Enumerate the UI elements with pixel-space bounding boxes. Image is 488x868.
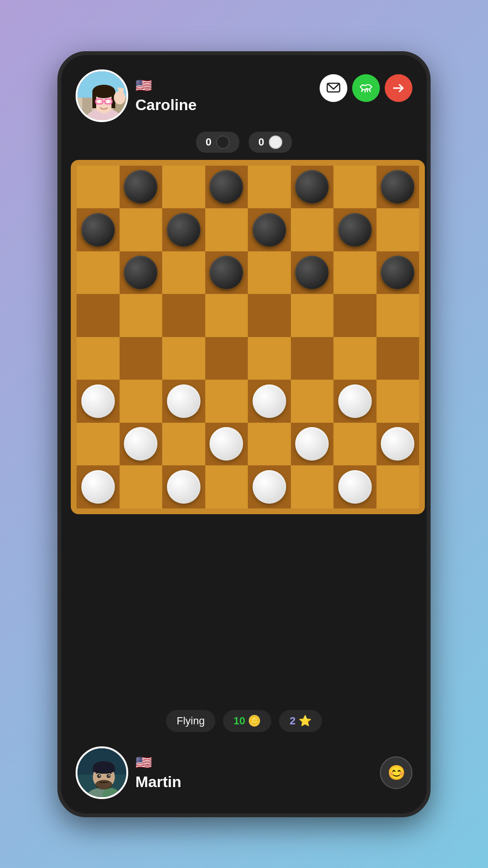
white-checker[interactable]: [253, 384, 286, 418]
board-cell[interactable]: [333, 208, 377, 251]
board-cell[interactable]: [205, 380, 248, 423]
white-checker[interactable]: [124, 427, 157, 461]
black-checker[interactable]: [210, 170, 243, 203]
black-checker[interactable]: [381, 170, 414, 203]
board-cell[interactable]: [333, 423, 377, 466]
board-cell[interactable]: [77, 465, 120, 508]
board-cell[interactable]: [205, 208, 248, 251]
white-checker[interactable]: [81, 384, 115, 418]
board-cell[interactable]: [377, 251, 420, 294]
board-cell[interactable]: [291, 465, 334, 508]
board-cell[interactable]: [333, 465, 377, 508]
black-checker[interactable]: [210, 256, 243, 289]
board-cell[interactable]: [333, 380, 377, 423]
board-cell[interactable]: [291, 166, 334, 209]
black-checker[interactable]: [81, 213, 115, 247]
board-cell[interactable]: [120, 465, 163, 508]
message-button[interactable]: [320, 74, 347, 102]
svg-point-33: [95, 780, 112, 789]
board-cell[interactable]: [248, 251, 291, 294]
board-cell[interactable]: [77, 208, 120, 251]
svg-point-18: [114, 91, 125, 104]
white-checker[interactable]: [338, 470, 372, 504]
board-cell[interactable]: [291, 251, 334, 294]
board-cell[interactable]: [120, 166, 163, 209]
black-checker[interactable]: [295, 170, 329, 203]
board-cell[interactable]: [248, 465, 291, 508]
board-cell[interactable]: [377, 380, 420, 423]
board-cell[interactable]: [120, 380, 163, 423]
white-checker[interactable]: [381, 427, 414, 461]
board-cell[interactable]: [333, 337, 377, 380]
svg-point-17: [107, 100, 110, 103]
board-cell[interactable]: [377, 208, 420, 251]
white-checker[interactable]: [338, 384, 372, 418]
board-cell[interactable]: [77, 251, 120, 294]
board-cell[interactable]: [333, 294, 377, 337]
black-checker[interactable]: [167, 213, 200, 247]
board-cell[interactable]: [205, 166, 248, 209]
board-cell[interactable]: [205, 465, 248, 508]
black-checker[interactable]: [253, 213, 286, 247]
board-cell[interactable]: [162, 251, 205, 294]
white-checker[interactable]: [295, 427, 329, 461]
board-cell[interactable]: [162, 423, 205, 466]
player2-name-section: 🇺🇸 Martin: [135, 755, 181, 791]
board-container: [61, 160, 427, 700]
board-cell[interactable]: [333, 251, 377, 294]
forward-button[interactable]: [385, 74, 412, 102]
board-cell[interactable]: [333, 166, 377, 209]
board-cell[interactable]: [120, 251, 163, 294]
board-cell[interactable]: [77, 423, 120, 466]
bottom-player-section: 🇺🇸 Martin 😊: [61, 739, 427, 813]
board-cell[interactable]: [377, 337, 420, 380]
board-cell[interactable]: [205, 251, 248, 294]
board-cell[interactable]: [248, 294, 291, 337]
board-cell[interactable]: [291, 294, 334, 337]
black-checker[interactable]: [381, 256, 414, 289]
board-cell[interactable]: [205, 337, 248, 380]
board-cell[interactable]: [205, 423, 248, 466]
board-cell[interactable]: [162, 166, 205, 209]
white-checker[interactable]: [167, 384, 200, 418]
board-cell[interactable]: [248, 423, 291, 466]
board-cell[interactable]: [377, 294, 420, 337]
board-cell[interactable]: [162, 380, 205, 423]
board-cell[interactable]: [377, 423, 420, 466]
board-cell[interactable]: [205, 294, 248, 337]
board-cell[interactable]: [162, 465, 205, 508]
board-cell[interactable]: [120, 294, 163, 337]
player2-flag: 🇺🇸: [135, 755, 181, 770]
board-cell[interactable]: [120, 208, 163, 251]
board-cell[interactable]: [162, 208, 205, 251]
board-cell[interactable]: [77, 166, 120, 209]
handshake-button[interactable]: [352, 74, 380, 102]
board-cell[interactable]: [120, 423, 163, 466]
board-cell[interactable]: [291, 208, 334, 251]
black-checker[interactable]: [124, 170, 157, 203]
board-cell[interactable]: [377, 465, 420, 508]
board-cell[interactable]: [162, 294, 205, 337]
board-cell[interactable]: [377, 166, 420, 209]
white-checker[interactable]: [167, 470, 200, 504]
board-cell[interactable]: [291, 380, 334, 423]
emoji-icon: 😊: [388, 764, 405, 781]
white-checker[interactable]: [253, 470, 286, 504]
board-cell[interactable]: [248, 380, 291, 423]
board-cell[interactable]: [248, 337, 291, 380]
board-cell[interactable]: [291, 423, 334, 466]
board-cell[interactable]: [77, 294, 120, 337]
board-cell[interactable]: [120, 337, 163, 380]
black-checker[interactable]: [338, 213, 372, 247]
board-cell[interactable]: [291, 337, 334, 380]
board-cell[interactable]: [248, 208, 291, 251]
board-cell[interactable]: [162, 337, 205, 380]
white-checker[interactable]: [81, 470, 115, 504]
white-checker[interactable]: [210, 427, 243, 461]
emoji-button[interactable]: 😊: [380, 756, 412, 789]
board-cell[interactable]: [77, 380, 120, 423]
black-checker[interactable]: [124, 256, 157, 289]
black-checker[interactable]: [295, 256, 329, 289]
board-cell[interactable]: [77, 337, 120, 380]
board-cell[interactable]: [248, 166, 291, 209]
